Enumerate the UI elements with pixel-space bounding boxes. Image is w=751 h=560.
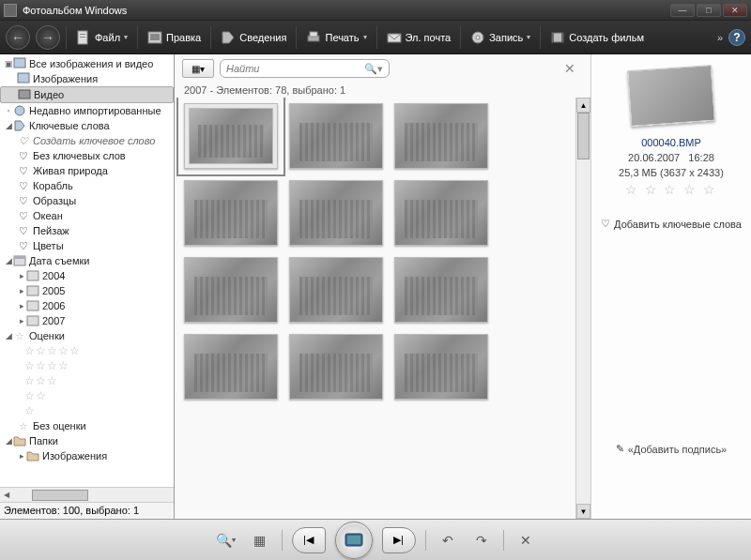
svg-rect-23 (27, 301, 38, 310)
prev-button[interactable]: |◀ (292, 527, 326, 553)
svg-rect-13 (561, 33, 563, 42)
tree-rating-3[interactable]: ☆☆☆ (0, 373, 174, 388)
preview-thumbnail[interactable] (627, 65, 715, 127)
movie-menu[interactable]: Создать фильм (546, 28, 648, 47)
svg-rect-21 (27, 271, 38, 280)
info-datetime: 20.06.2007 16:28 (628, 152, 714, 163)
svg-rect-14 (14, 58, 25, 68)
thumbnail[interactable] (394, 180, 488, 246)
email-menu[interactable]: Эл. почта (383, 28, 455, 47)
panel-close-icon[interactable]: ✕ (557, 57, 583, 80)
toolbar-overflow[interactable]: » (717, 32, 723, 43)
tree-all[interactable]: ▣Все изображения и видео (0, 56, 174, 71)
rotate-cw-button[interactable]: ↷ (469, 530, 494, 551)
svg-rect-16 (19, 90, 30, 98)
tree-rating-4[interactable]: ☆☆☆☆ (0, 358, 174, 373)
svg-rect-7 (310, 32, 317, 37)
main-vscroll[interactable]: ▲ ▼ (575, 98, 590, 519)
tree-rating-2[interactable]: ☆☆ (0, 388, 174, 403)
maximize-button[interactable]: □ (697, 4, 721, 17)
tree-2007[interactable]: ▸2007 (0, 313, 174, 328)
group-header: 2007 - Элементов: 78, выбрано: 1 (175, 83, 590, 98)
tree-landscape[interactable]: ♡Пейзаж (0, 223, 174, 238)
pencil-icon: ✎ (616, 443, 624, 455)
tree-date[interactable]: ◢Дата съемки (0, 253, 174, 268)
tree-samples[interactable]: ♡Образцы (0, 193, 174, 208)
scroll-up-icon[interactable]: ▲ (576, 98, 590, 113)
search-input[interactable] (226, 63, 364, 74)
print-menu[interactable]: Печать▾ (302, 28, 370, 47)
svg-point-10 (476, 36, 480, 39)
thumbnail[interactable] (394, 257, 488, 323)
svg-rect-4 (150, 34, 160, 40)
tree-no-rating[interactable]: ☆Без оценки (0, 418, 174, 433)
sidebar-status: Элементов: 100, выбрано: 1 (0, 502, 174, 519)
tree-folder-images[interactable]: ▸Изображения (0, 448, 174, 463)
tree-ratings[interactable]: ◢☆Оценки (0, 328, 174, 343)
control-bar: 🔍▾ ▦ |◀ ▶| ↶ ↷ ✕ (0, 519, 751, 560)
tree-flowers[interactable]: ♡Цветы (0, 238, 174, 253)
help-icon[interactable]: ? (728, 29, 745, 46)
thumbnail[interactable] (184, 180, 278, 246)
add-caption-link[interactable]: ✎«Добавить подпись» (616, 443, 728, 455)
tree-recent[interactable]: ◦Недавно импортированные (0, 103, 174, 118)
info-rating[interactable]: ☆ ☆ ☆ ☆ ☆ (625, 182, 718, 197)
thumbnail[interactable] (289, 103, 383, 169)
nav-forward-button[interactable]: → (36, 25, 60, 50)
tree-tags[interactable]: ◢Ключевые слова (0, 118, 174, 133)
svg-point-17 (15, 106, 24, 115)
add-tags-link[interactable]: ♡Добавить ключевые слова (601, 218, 742, 230)
svg-marker-18 (15, 121, 24, 130)
delete-button[interactable]: ✕ (513, 530, 538, 551)
svg-rect-22 (27, 286, 38, 295)
info-panel: 000040.BMP 20.06.2007 16:28 25,3 МБ (363… (591, 54, 751, 519)
tree-rating-5[interactable]: ☆☆☆☆☆ (0, 343, 174, 358)
search-icon[interactable]: 🔍▾ (364, 63, 383, 75)
thumbnail[interactable] (289, 257, 383, 323)
titlebar: Фотоальбом Windows — □ ✕ (0, 0, 751, 21)
file-menu[interactable]: Файл▾ (72, 28, 131, 47)
view-mode-button[interactable]: ▦▾ (182, 59, 214, 78)
edit-icon (147, 30, 162, 45)
sidebar-hscroll[interactable]: ◀ (0, 487, 174, 502)
rotate-ccw-button[interactable]: ↶ (436, 530, 460, 551)
thumbnails-view-button[interactable]: ▦ (248, 530, 272, 551)
app-icon (4, 4, 17, 17)
thumbnail[interactable] (184, 103, 278, 169)
close-button[interactable]: ✕ (723, 4, 747, 17)
zoom-button[interactable]: 🔍▾ (214, 530, 238, 551)
tree-create-tag[interactable]: ♡Создать ключевое слово (0, 133, 174, 148)
tree-nature[interactable]: ♡Живая природа (0, 163, 174, 178)
nav-back-button[interactable]: ← (6, 25, 30, 50)
tree-rating-1[interactable]: ☆ (0, 403, 174, 418)
tree-video[interactable]: Видео (0, 86, 174, 103)
thumbnail[interactable] (289, 180, 383, 246)
thumbnail[interactable] (184, 334, 278, 400)
tree-no-tags[interactable]: ♡Без ключевых слов (0, 148, 174, 163)
tree-folders[interactable]: ◢Папки (0, 433, 174, 448)
svg-rect-2 (80, 37, 85, 38)
tree-2004[interactable]: ▸2004 (0, 268, 174, 283)
info-menu[interactable]: Сведения (217, 28, 290, 47)
file-icon (76, 30, 91, 45)
minimize-button[interactable]: — (670, 4, 695, 17)
search-box[interactable]: 🔍▾ (220, 59, 390, 78)
tree-2006[interactable]: ▸2006 (0, 298, 174, 313)
thumbnail[interactable] (289, 334, 383, 400)
slideshow-button[interactable] (335, 522, 373, 559)
thumbnail[interactable] (184, 257, 278, 323)
tree-ocean[interactable]: ♡Океан (0, 208, 174, 223)
burn-menu[interactable]: Запись▾ (467, 28, 534, 47)
sidebar: ▣Все изображения и видео Изображения Вид… (0, 54, 175, 519)
tree-images[interactable]: Изображения (0, 71, 174, 86)
tree-2005[interactable]: ▸2005 (0, 283, 174, 298)
thumbnail[interactable] (394, 103, 488, 169)
scroll-down-icon[interactable]: ▼ (576, 504, 590, 519)
info-size: 25,3 МБ (3637 x 2433) (619, 167, 724, 178)
edit-menu[interactable]: Правка (144, 28, 205, 47)
info-filename[interactable]: 000040.BMP (641, 137, 701, 148)
tree-ship[interactable]: ♡Корабль (0, 178, 174, 193)
thumbnail-grid (175, 98, 575, 519)
next-button[interactable]: ▶| (382, 527, 416, 553)
thumbnail[interactable] (394, 334, 488, 400)
